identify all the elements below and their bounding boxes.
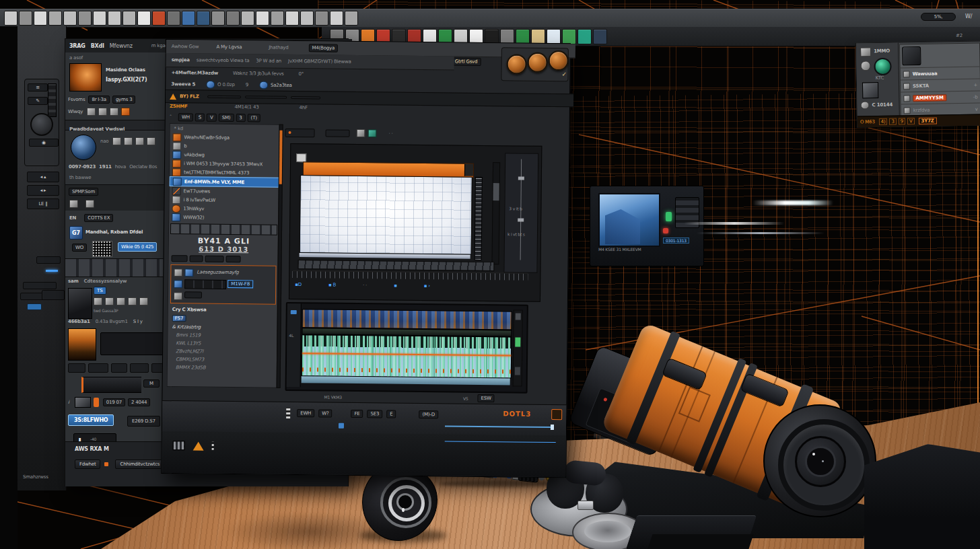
member-avatar[interactable]: G7: [69, 226, 83, 240]
tool-icon[interactable]: [98, 108, 107, 116]
m-button[interactable]: M: [143, 379, 160, 388]
texture-icon-blue[interactable]: [182, 11, 195, 26]
timeline-handle[interactable]: [551, 425, 554, 430]
spectrogram-strip[interactable]: [302, 309, 512, 330]
chip-4044[interactable]: 2 4044: [128, 398, 150, 406]
strip-pad-button[interactable]: ◂ ▴: [27, 172, 59, 182]
dark-action-button[interactable]: E269 D.S7: [127, 416, 160, 427]
orange-bar-endcap[interactable]: [464, 164, 473, 176]
grid-icon-red[interactable]: [152, 11, 166, 26]
toolbar-icon[interactable]: [63, 11, 77, 26]
menu-item[interactable]: JvXHM GBMZGYWT) Blewwa: [288, 59, 351, 65]
footer-button[interactable]: Fdwhet: [75, 460, 100, 469]
canvas-tool-dark[interactable]: [285, 128, 314, 137]
side-marker[interactable]: [518, 218, 524, 221]
canvas-tool[interactable]: [325, 129, 349, 137]
insp-field[interactable]: M1W-F8: [228, 280, 253, 288]
transport-chip[interactable]: E: [386, 410, 396, 418]
texture-icon-blue[interactable]: [197, 11, 210, 26]
toolbar2-item[interactable]: +4Mwfter.M3azdw: [171, 70, 218, 76]
strip-lower-chip[interactable]: [36, 256, 61, 264]
strip-lower-chip[interactable]: [42, 290, 65, 300]
insp-icon[interactable]: [174, 292, 182, 300]
preheader-item[interactable]: Jhathayd: [269, 45, 288, 50]
wave-slider-seg[interactable]: [516, 313, 521, 320]
small-icon[interactable]: [69, 200, 78, 208]
toolbar-icon[interactable]: [34, 11, 47, 26]
preheader-item[interactable]: A My Lgvsa: [216, 44, 242, 50]
cluster-button[interactable]: ≡: [28, 83, 48, 92]
transport-chip[interactable]: FE: [351, 410, 363, 418]
toolbar-icon[interactable]: [19, 11, 32, 26]
bottom-cell[interactable]: 3: [889, 118, 896, 125]
stack-icon[interactable]: [147, 137, 155, 145]
row-end-glyph[interactable]: v: [975, 106, 978, 112]
blue-field[interactable]: Wikie 05 (I 425: [118, 242, 157, 252]
cluster-button[interactable]: ✎: [28, 97, 48, 105]
toolbar-icon[interactable]: [285, 11, 299, 26]
header-tab-chip[interactable]: [291, 96, 320, 99]
mini-tool[interactable]: [205, 256, 224, 262]
toolbar-icon[interactable]: [531, 29, 545, 44]
tree-tool[interactable]: (T): [248, 114, 260, 122]
list-row[interactable]: SSKTA +: [901, 78, 980, 92]
canvas-v-scrollbar[interactable]: [492, 162, 501, 264]
ctrl-chip[interactable]: 8r I-3a: [88, 96, 110, 104]
toolbar-icon-green[interactable]: [516, 29, 530, 44]
tool-button[interactable]: [111, 363, 127, 373]
timeline-slider[interactable]: [445, 425, 553, 428]
toolbar-icon[interactable]: [241, 11, 254, 26]
transport-chip[interactable]: EWH: [297, 409, 314, 417]
cotts-chip[interactable]: COTTS EX: [84, 214, 113, 222]
cluster-knob[interactable]: [30, 113, 53, 136]
toolbar-right-button[interactable]: 5%,: [921, 13, 956, 21]
transport-chip[interactable]: (M)-D: [419, 410, 438, 418]
wave-slider-seg-green[interactable]: [515, 337, 520, 346]
toolbar-icon[interactable]: [271, 11, 284, 26]
city-thumbnail[interactable]: [68, 328, 96, 361]
ctrl-chip[interactable]: gyms 3: [112, 96, 136, 104]
header-tab-chip[interactable]: [207, 96, 241, 99]
list-row-highlighted[interactable]: AMMYYSM -b: [901, 90, 980, 104]
bottom-cell[interactable]: O M63: [860, 119, 875, 124]
transport-chip[interactable]: 5E3: [367, 410, 382, 418]
check-icon[interactable]: ✓: [561, 71, 567, 76]
canvas-tool-icon[interactable]: [356, 129, 365, 137]
spmp-chip[interactable]: SPMP.Som: [69, 188, 98, 196]
round-tool-icon[interactable]: [860, 61, 870, 71]
project-thumbnail[interactable]: [69, 63, 102, 92]
preheader-dropdown[interactable]: M4(Bogya: [308, 44, 338, 52]
tab-2[interactable]: BXdI: [91, 43, 104, 49]
mini-tool[interactable]: [226, 256, 241, 262]
insp-chip[interactable]: [184, 291, 202, 298]
small-icon[interactable]: [85, 200, 94, 208]
cluster-slot-column[interactable]: [48, 83, 57, 117]
swap-icon[interactable]: [116, 297, 125, 305]
toolbar-icon[interactable]: [4, 11, 18, 26]
header-tab-chip[interactable]: [245, 96, 287, 99]
menu-item[interactable]: 3P W ad an: [256, 58, 281, 63]
toolbar-icon[interactable]: [211, 11, 225, 26]
strip-lower-chip[interactable]: [23, 282, 57, 289]
toolbar-icon[interactable]: [108, 11, 121, 26]
dot-icon[interactable]: [259, 81, 268, 89]
toolbar-icon[interactable]: [93, 11, 106, 26]
tree2-item[interactable]: BMMX 23d5B: [168, 363, 277, 373]
sphere-icon[interactable]: [167, 11, 180, 26]
person-thumb[interactable]: [68, 288, 92, 319]
fader-dots-icon[interactable]: [286, 408, 290, 418]
send-icon[interactable]: [137, 11, 151, 26]
menu-item[interactable]: smpjea: [172, 57, 190, 63]
canvas-v-thumb[interactable]: [493, 183, 499, 200]
strip-pad-button[interactable]: LE ‖: [27, 198, 59, 209]
preheader-item[interactable]: Awhow Gow: [172, 44, 199, 49]
toolbar-icon-teal[interactable]: [578, 29, 592, 44]
tool-button[interactable]: [88, 363, 108, 373]
ts-chip[interactable]: TS: [94, 287, 106, 295]
toolbar-icon[interactable]: [300, 11, 314, 26]
row-end-glyph[interactable]: +: [973, 82, 977, 87]
mini-tool[interactable]: [172, 255, 188, 262]
row-end-glyph[interactable]: -b: [973, 94, 978, 100]
grid-chip-icon[interactable]: [173, 441, 185, 450]
menu-item[interactable]: sawechtvyeob Viewa ta: [197, 57, 250, 63]
